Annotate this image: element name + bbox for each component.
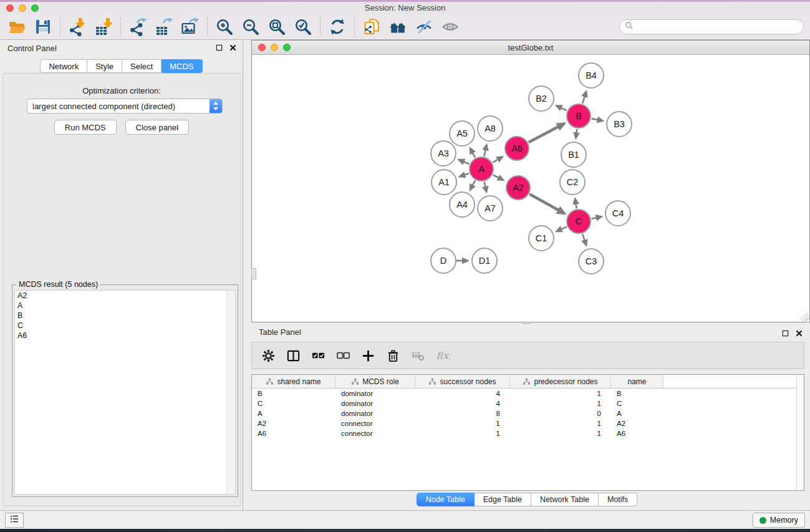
float-table-panel-icon[interactable] bbox=[780, 328, 790, 338]
result-item[interactable]: C bbox=[15, 321, 235, 331]
table-cell: connector bbox=[335, 428, 415, 438]
network-node-label-C1: C1 bbox=[536, 233, 547, 243]
export-image-button[interactable] bbox=[177, 16, 203, 38]
search-box[interactable] bbox=[619, 19, 804, 34]
network-edge-C-C4[interactable] bbox=[592, 216, 602, 218]
network-edge-A-A2[interactable] bbox=[493, 175, 503, 180]
close-panel-icon[interactable] bbox=[228, 42, 238, 52]
network-edge-B-B3[interactable] bbox=[592, 118, 603, 121]
deselect-all-rows-button[interactable] bbox=[332, 344, 354, 367]
tab-mcds[interactable]: MCDS bbox=[162, 59, 202, 73]
zoom-selected-button[interactable] bbox=[290, 16, 316, 38]
result-item[interactable]: A bbox=[15, 301, 235, 311]
result-item[interactable]: A6 bbox=[15, 331, 235, 341]
result-list-scrollbar[interactable] bbox=[226, 291, 235, 494]
network-node-label-B1: B1 bbox=[568, 150, 579, 160]
network-node-label-A7: A7 bbox=[485, 203, 496, 213]
tab-network[interactable]: Network bbox=[40, 59, 87, 73]
resize-grip-icon[interactable] bbox=[801, 313, 809, 321]
tab-network-table[interactable]: Network Table bbox=[531, 493, 599, 506]
import-table-icon bbox=[94, 17, 113, 36]
open-session-button[interactable] bbox=[4, 16, 30, 38]
network-edge-A-A4[interactable] bbox=[470, 180, 475, 190]
zoom-out-button[interactable] bbox=[238, 16, 264, 38]
network-edge-B-B4[interactable] bbox=[582, 92, 586, 104]
table-scrollbar[interactable] bbox=[796, 375, 804, 490]
open-session-icon bbox=[7, 17, 26, 36]
import-table-button[interactable] bbox=[90, 16, 117, 38]
clone-network-button[interactable] bbox=[359, 16, 385, 38]
tab-node-table[interactable]: Node Table bbox=[417, 493, 475, 506]
export-network-button[interactable] bbox=[125, 16, 151, 38]
table-settings-gear-button[interactable] bbox=[257, 344, 279, 367]
criterion-dropdown[interactable]: largest connected component (directed) bbox=[27, 99, 223, 114]
delete-column-button[interactable] bbox=[382, 344, 404, 367]
column-header-name[interactable]: name bbox=[611, 375, 663, 388]
network-edge-A-A1[interactable] bbox=[460, 173, 469, 177]
import-network-button[interactable] bbox=[64, 16, 90, 38]
network-edge-C-C2[interactable] bbox=[575, 199, 576, 209]
mcds-result-list[interactable]: A2ABCA6 bbox=[14, 290, 236, 495]
table-cell: C bbox=[252, 399, 335, 409]
function-builder-button: f(x) bbox=[432, 344, 454, 367]
network-node-label-A8: A8 bbox=[485, 123, 496, 133]
table-row[interactable]: Bdominator41B bbox=[252, 389, 804, 399]
network-edge-A-A8[interactable] bbox=[484, 145, 486, 156]
birdseye-handle[interactable] bbox=[251, 268, 256, 279]
task-history-button[interactable] bbox=[5, 513, 24, 528]
network-edge-C-C3[interactable] bbox=[582, 234, 586, 245]
tab-motifs[interactable]: Motifs bbox=[599, 493, 637, 506]
zoom-in-icon bbox=[215, 17, 234, 36]
search-input[interactable] bbox=[634, 21, 803, 33]
column-header-successor-nodes[interactable]: successor nodes bbox=[415, 375, 510, 388]
network-window-title: testGlobe.txt bbox=[252, 43, 809, 52]
column-header-predecessor-nodes[interactable]: predecessor nodes bbox=[510, 375, 611, 388]
hide-graphics-details-button[interactable] bbox=[411, 16, 437, 38]
column-header-label: shared name bbox=[277, 377, 321, 386]
network-edge-A-A7[interactable] bbox=[485, 181, 487, 191]
column-header-MCDS-role[interactable]: MCDS role bbox=[335, 375, 415, 388]
run-mcds-button[interactable]: Run MCDS bbox=[54, 120, 117, 135]
result-item[interactable]: A2 bbox=[15, 291, 235, 301]
network-edge-A-A5[interactable] bbox=[470, 148, 475, 158]
toolbar-separator bbox=[207, 17, 208, 36]
clone-network-icon bbox=[362, 17, 381, 36]
result-item[interactable]: B bbox=[15, 311, 235, 321]
tab-edge-table[interactable]: Edge Table bbox=[475, 493, 531, 506]
table-row[interactable]: Adominator80A bbox=[252, 409, 804, 418]
float-panel-icon[interactable] bbox=[214, 42, 224, 52]
network-edge-B-B1[interactable] bbox=[576, 129, 577, 138]
column-header-shared-name[interactable]: shared name bbox=[252, 375, 335, 388]
split-panel-button[interactable] bbox=[282, 344, 304, 367]
main-area: Control Panel NetworkStyleSelectMCDS Opt… bbox=[0, 40, 810, 510]
network-edge-A2-C[interactable] bbox=[529, 194, 564, 213]
zoom-in-button[interactable] bbox=[211, 16, 238, 38]
refresh-button[interactable] bbox=[324, 16, 350, 38]
tree-icon bbox=[266, 378, 274, 385]
tree-icon bbox=[428, 378, 436, 385]
save-session-button[interactable] bbox=[30, 16, 56, 38]
export-table-button[interactable] bbox=[151, 16, 177, 38]
show-hide-eye-button bbox=[437, 16, 463, 38]
network-edge-C-C1[interactable] bbox=[557, 227, 567, 231]
network-edge-A-A3[interactable] bbox=[459, 160, 470, 164]
add-column-button[interactable] bbox=[357, 344, 379, 367]
tab-style[interactable]: Style bbox=[87, 59, 122, 73]
network-edge-A6-B[interactable] bbox=[529, 123, 564, 142]
tab-select[interactable]: Select bbox=[122, 59, 162, 73]
close-panel-button[interactable]: Close panel bbox=[125, 120, 190, 135]
table-row[interactable]: A2connector11A2 bbox=[252, 418, 804, 428]
select-all-rows-button[interactable] bbox=[307, 344, 329, 367]
table-cell: 8 bbox=[415, 409, 510, 418]
memory-button[interactable]: Memory bbox=[753, 513, 805, 528]
network-edge-B-B2[interactable] bbox=[556, 105, 567, 110]
close-table-panel-icon[interactable] bbox=[794, 328, 804, 338]
table-row[interactable]: A6connector11A6 bbox=[252, 428, 804, 438]
network-canvas[interactable]: B4B2BB3A5A8A6A3B1AA1C2A2A4A7C4CC1C3DD1 bbox=[252, 55, 809, 322]
network-edge-A-A6[interactable] bbox=[493, 157, 502, 163]
table-cell: 4 bbox=[415, 399, 510, 409]
zoom-fit-button[interactable] bbox=[264, 16, 290, 38]
table-row[interactable]: Cdominator41C bbox=[252, 399, 804, 409]
home-view-button[interactable] bbox=[385, 16, 411, 38]
dropdown-stepper-icon bbox=[210, 99, 222, 113]
